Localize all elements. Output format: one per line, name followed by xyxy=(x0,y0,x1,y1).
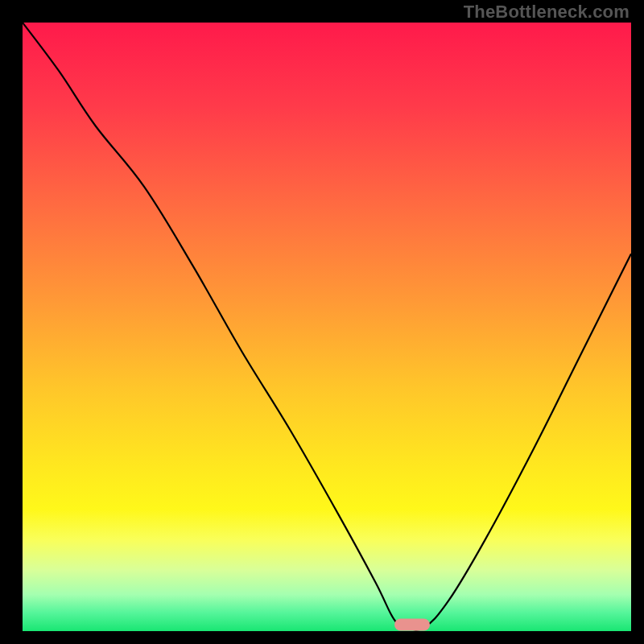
chart-frame: TheBottleneck.com xyxy=(0,0,644,644)
bottleneck-curve-path xyxy=(23,23,631,630)
plot-area xyxy=(23,23,631,631)
optimum-marker xyxy=(394,619,430,631)
bottleneck-curve xyxy=(23,23,631,631)
watermark-text: TheBottleneck.com xyxy=(464,2,630,23)
